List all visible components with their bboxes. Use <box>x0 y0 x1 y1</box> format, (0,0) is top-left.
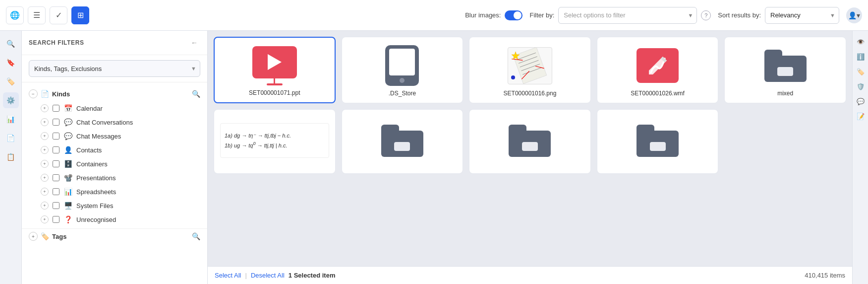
grid-item-ds-store[interactable]: .DS_Store <box>342 37 463 103</box>
blur-images-row: Blur images: <box>465 10 522 20</box>
kind-checkbox-containers[interactable] <box>53 160 59 167</box>
grid-item-folder-7[interactable] <box>342 109 463 174</box>
kinds-collapse-btn[interactable]: − <box>29 89 38 98</box>
kind-name-contacts: Contacts <box>76 146 102 154</box>
kind-item-unrecognised[interactable]: + ❓ Unrecognised <box>29 213 200 226</box>
toolbar-right: Blur images: Filter by: Select options t… <box>465 7 862 24</box>
kind-expand-spreadsheets-icon[interactable]: + <box>41 188 49 196</box>
rail-tag-icon[interactable]: 🏷️ <box>3 73 19 89</box>
scatter-img <box>508 47 552 84</box>
ppt-visual <box>252 46 297 85</box>
kind-checkbox-system-files[interactable] <box>53 202 59 209</box>
kind-expand-unrecognised-icon[interactable]: + <box>41 215 49 223</box>
kind-icon-containers: 🗄️ <box>63 159 72 168</box>
grid-item-formula[interactable]: 1a) dg → tη⁻ → ttj,tbj − h.c. 1b) ug → t… <box>214 109 336 174</box>
grid-item-wmf-label: SET000001026.wmf <box>631 90 685 97</box>
toolbar: 🌐 ☰ ✓ ⊞ Blur images: Filter by: Select o… <box>0 0 868 31</box>
kinds-section: − 📄 Kinds 🔍 + 📅 Calendar + <box>22 86 207 226</box>
check-icon-btn[interactable]: ✓ <box>50 6 67 24</box>
grid-item-folder-9-thumb <box>603 118 712 163</box>
filter-by-label: Filter by: <box>529 11 554 19</box>
kind-checkbox-contacts[interactable] <box>53 146 59 153</box>
kind-checkbox-spreadsheets[interactable] <box>53 188 59 195</box>
svg-rect-0 <box>513 48 547 84</box>
rail-chart-icon[interactable]: 📊 <box>3 111 19 127</box>
formula-display: 1a) dg → tη⁻ → ttj,tbj − h.c. 1b) ug → t… <box>220 123 329 158</box>
tags-header: + 🏷️ Tags 🔍 <box>29 232 200 241</box>
filter-help-icon[interactable]: ? <box>701 10 711 20</box>
kind-expand-chat-messages-icon[interactable]: + <box>41 132 49 140</box>
kind-item-contacts[interactable]: + 👤 Contacts <box>29 143 200 157</box>
kind-expand-containers-icon[interactable]: + <box>41 160 49 168</box>
kind-name-unrecognised: Unrecognised <box>76 216 116 223</box>
grid-icon-btn[interactable]: ⊞ <box>71 6 89 24</box>
kinds-header: − 📄 Kinds 🔍 <box>29 86 200 101</box>
deselect-all-link[interactable]: Deselect All <box>251 272 285 279</box>
kind-item-chat-messages[interactable]: + 💬 Chat Messages <box>29 129 200 143</box>
kind-name-calendar: Calendar <box>76 105 103 112</box>
sidebar: SEARCH FILTERS ← Kinds, Tags, Exclusions… <box>22 31 208 284</box>
sort-row: Sort results by: RelevancyDateNameSizeTy… <box>718 7 839 24</box>
rail-doc-icon[interactable]: 📋 <box>3 149 19 165</box>
grid-item-ds-store-label: .DS_Store <box>389 90 416 97</box>
kind-item-containers[interactable]: + 🗄️ Containers <box>29 157 200 171</box>
kinds-search-icon[interactable]: 🔍 <box>192 90 200 98</box>
kind-checkbox-unrecognised[interactable] <box>53 216 59 223</box>
user-icon-btn[interactable]: 👤▾ <box>846 7 862 23</box>
kind-checkbox-presentations[interactable] <box>53 174 59 181</box>
kind-icon-presentations: 📽️ <box>63 173 72 182</box>
rail-page-icon[interactable]: 📄 <box>3 130 19 146</box>
kind-item-chat-conversations[interactable]: + 💬 Chat Conversations <box>29 115 200 129</box>
filter-type-select-wrapper: Kinds, Tags, ExclusionsDate RangeFile Si… <box>29 60 200 77</box>
grid-item-ppt[interactable]: SET000001071.ppt <box>214 37 336 103</box>
tags-add-btn[interactable]: + <box>29 232 38 241</box>
sort-select[interactable]: RelevancyDateNameSizeType <box>765 7 839 24</box>
tablet-screen <box>389 49 415 75</box>
kind-expand-contacts-icon[interactable]: + <box>41 146 49 154</box>
ppt-icon <box>252 46 297 78</box>
kind-expand-presentations-icon[interactable]: + <box>41 174 49 182</box>
grid-item-wmf[interactable]: SET000001026.wmf <box>597 37 719 103</box>
right-rail-notes-icon[interactable]: 📝 <box>855 110 867 122</box>
kind-item-presentations[interactable]: + 📽️ Presentations <box>29 171 200 185</box>
sort-select-wrapper: RelevancyDateNameSizeType ▼ <box>765 7 839 24</box>
filter-select[interactable]: Select options to filter <box>558 7 697 24</box>
globe-icon-btn[interactable]: 🌐 <box>6 6 24 24</box>
kind-item-calendar[interactable]: + 📅 Calendar <box>29 101 200 115</box>
grid-item-mixed[interactable]: mixed <box>724 37 846 103</box>
grid-item-png[interactable]: SET000001016.png <box>469 37 591 103</box>
kind-checkbox-chat-conversations[interactable] <box>53 119 59 126</box>
blur-toggle[interactable] <box>505 10 522 20</box>
list-icon-btn[interactable]: ☰ <box>28 6 46 24</box>
kind-item-spreadsheets[interactable]: + 📊 Spreadsheets <box>29 185 200 199</box>
grid-item-folder-9[interactable] <box>597 109 719 174</box>
right-rail-info-icon[interactable]: ℹ️ <box>855 51 867 63</box>
content-area: SET000001071.ppt .DS_Store <box>208 31 852 284</box>
kind-expand-system-files-icon[interactable]: + <box>41 202 49 210</box>
grid-container: SET000001071.ppt .DS_Store <box>214 37 846 174</box>
grid-item-folder-7-thumb <box>348 118 457 163</box>
total-items-count: 410,415 items <box>805 272 845 279</box>
grid-item-folder-8[interactable] <box>469 109 591 174</box>
content-scroll: SET000001071.ppt .DS_Store <box>208 31 852 266</box>
kind-expand-chat-conversations-icon[interactable]: + <box>41 118 49 126</box>
kind-expand-calendar-icon[interactable]: + <box>41 104 49 112</box>
rail-bookmark-icon[interactable]: 🔖 <box>3 55 19 71</box>
filter-type-select[interactable]: Kinds, Tags, ExclusionsDate RangeFile Si… <box>29 60 200 77</box>
select-all-link[interactable]: Select All <box>215 272 241 279</box>
right-rail-tag-icon[interactable]: 🏷️ <box>855 66 867 77</box>
right-rail-shield-icon[interactable]: 🛡️ <box>855 80 867 92</box>
rail-filter-icon[interactable]: ⚙️ <box>3 92 19 108</box>
footer-left: Select All | Deselect All 1 Selected ite… <box>215 272 335 279</box>
kind-item-system-files[interactable]: + 🖥️ System Files <box>29 199 200 213</box>
sidebar-back-btn[interactable]: ← <box>188 37 200 49</box>
right-rail-chat-icon[interactable]: 💬 <box>855 95 867 107</box>
right-rail-eye-icon[interactable]: 👁️ <box>855 36 867 48</box>
kind-checkbox-chat-messages[interactable] <box>53 133 59 140</box>
tags-search-icon[interactable]: 🔍 <box>192 232 200 240</box>
rail-search-icon[interactable]: 🔍 <box>3 36 19 52</box>
folder-icon-7 <box>381 125 423 157</box>
kind-checkbox-calendar[interactable] <box>53 105 59 112</box>
draw-icon <box>646 54 670 77</box>
kind-icon-chat-messages: 💬 <box>63 132 72 141</box>
